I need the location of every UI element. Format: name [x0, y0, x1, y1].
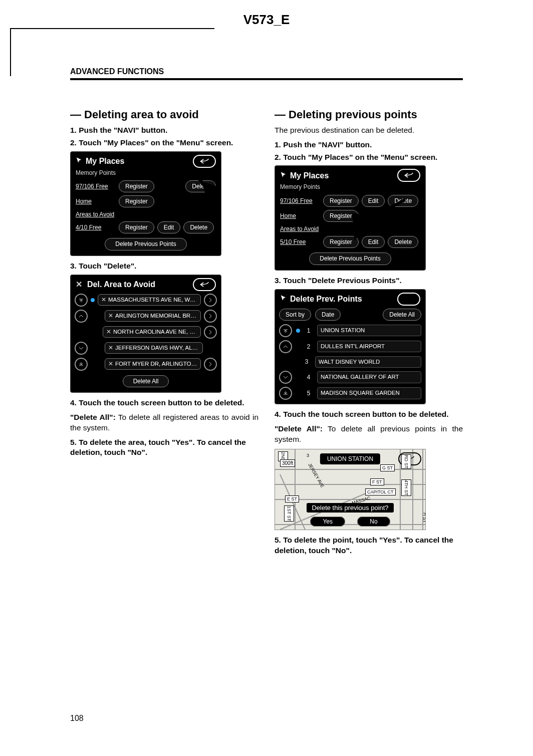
delete-previous-button[interactable]: Delete Previous Points	[309, 253, 391, 265]
edge-rule	[10, 28, 11, 76]
register-button[interactable]: Register	[119, 221, 154, 233]
map-screenshot: 2ND 3 300ft UNION STATION G ST RD ST F S…	[275, 449, 426, 530]
scr-title: Delete Prev. Points	[290, 294, 362, 305]
scroll-top-icon[interactable]	[279, 324, 292, 337]
map-label: F ST	[370, 478, 384, 485]
scr-title: Del. Area to Avoid	[87, 279, 155, 290]
cursor-icon	[280, 170, 287, 181]
detail-icon[interactable]	[204, 310, 217, 323]
list-item[interactable]: NATIONAL GALLERY OF ART	[317, 371, 421, 383]
list-item[interactable]: UNION STATION	[317, 325, 421, 337]
list-item[interactable]: ✕FORT MYER DR, ARLINGTON COUNTY, UNI	[105, 358, 201, 370]
register-button[interactable]: Register	[119, 195, 154, 207]
scroll-down-icon[interactable]	[279, 371, 292, 384]
left-step2: 2. Touch "My Places" on the "Menu" scree…	[70, 138, 258, 148]
list-item[interactable]: MADISON SQUARE GARDEN	[317, 387, 421, 399]
left-heading: — Deleting area to avoid	[70, 107, 258, 122]
delete-previous-button[interactable]: Delete Previous Points	[105, 238, 186, 250]
yes-button[interactable]: Yes	[310, 517, 345, 527]
back-icon[interactable]	[193, 155, 216, 168]
edit-button[interactable]: Edit	[362, 236, 385, 248]
section-rule	[70, 78, 463, 80]
map-label: G ST	[380, 464, 395, 471]
scr-title: My Places	[290, 170, 329, 181]
row-label: Home	[280, 212, 320, 220]
left-step4: 4. Touch the touch screen button to be d…	[70, 398, 258, 408]
map-scale: 300ft	[280, 459, 295, 467]
row-label: 4/10 Free	[76, 223, 116, 231]
row-number: 4	[304, 373, 313, 381]
scroll-top-icon[interactable]	[75, 294, 88, 307]
row-number: 3	[302, 358, 311, 366]
map-label: 3	[305, 452, 311, 458]
map-label: E ST	[285, 495, 299, 502]
detail-icon[interactable]	[204, 358, 217, 371]
left-delete-all-desc: "Delete All": To delete all registered a…	[70, 412, 258, 433]
back-icon[interactable]	[397, 169, 420, 182]
right-column: — Deleting previous points The previous …	[275, 107, 463, 558]
scroll-down-icon[interactable]	[75, 342, 88, 355]
list-item[interactable]: ✕NORTH CAROLINA AVE NE, WASHINGTON,	[103, 326, 201, 338]
row-number: 1	[304, 327, 313, 335]
right-step3: 3. Touch "Delete Previous Points".	[275, 276, 463, 286]
delete-button[interactable]: Delete	[388, 236, 418, 248]
left-step1: 1. Push the "NAVI" button.	[70, 125, 258, 136]
row-label: 97/106 Free	[76, 182, 116, 190]
gps-icon	[91, 298, 95, 302]
detail-icon[interactable]	[204, 326, 217, 339]
scroll-up-icon[interactable]	[75, 310, 88, 323]
scroll-up-icon[interactable]	[279, 340, 292, 353]
right-step5: 5. To delete the point, touch "Yes". To …	[275, 535, 463, 556]
cursor-icon	[76, 156, 83, 167]
back-icon[interactable]	[397, 293, 420, 306]
register-button[interactable]: Register	[323, 236, 359, 248]
delete-button[interactable]: Delete	[183, 221, 214, 233]
map-title: UNION STATION	[320, 453, 380, 464]
no-button[interactable]: No	[357, 517, 390, 527]
left-step5: 5. To delete the area, touch "Yes". To c…	[70, 437, 258, 458]
register-button[interactable]: Register	[323, 195, 359, 207]
delete-all-button[interactable]: Delete All	[123, 375, 169, 387]
row-label: 97/106 Free	[280, 197, 320, 205]
delete-all-button[interactable]: Delete All	[383, 309, 421, 321]
row-label: Areas to Avoid	[76, 210, 114, 218]
detail-icon[interactable]	[204, 294, 217, 307]
left-step3: 3. Touch "Delete".	[70, 261, 258, 272]
delete-button[interactable]: Delete	[388, 195, 418, 207]
scroll-bottom-icon[interactable]	[75, 358, 88, 371]
subheader: Memory Points	[275, 183, 425, 193]
left-scr2: ✕Del. Area to Avoid ✕MASSACHUSETTS AVE N…	[70, 275, 221, 393]
list-item[interactable]: DULLES INT'L AIRPORT	[317, 341, 421, 353]
left-column: — Deleting area to avoid 1. Push the "NA…	[70, 107, 258, 558]
list-item[interactable]: ✕MASSACHUSETTS AVE NE, WASHINGTON,	[98, 294, 201, 306]
row-number: 2	[304, 343, 313, 351]
sort-date-button[interactable]: Date	[315, 309, 341, 321]
register-button[interactable]: Register	[119, 180, 154, 192]
list-item[interactable]: ✕JEFFERSON DAVIS HWY, ALEXANDRIA, VA	[105, 342, 203, 354]
scr-title: My Places	[86, 156, 124, 167]
list-item[interactable]: WALT DISNEY WORLD	[315, 356, 421, 368]
row-label: Areas to Avoid	[280, 225, 319, 233]
left-scr1: My Places Memory Points 97/106 Free Regi…	[70, 151, 221, 256]
map-label: 4TH ST	[401, 479, 411, 496]
back-icon[interactable]	[193, 278, 216, 291]
row-number: 5	[304, 389, 313, 397]
list-item[interactable]: ✕ARLINGTON MEMORIAL BRG, WASHINGTON	[105, 310, 201, 322]
right-intro: The previous destination can be deleted.	[275, 125, 463, 136]
register-button[interactable]: Register	[323, 210, 359, 222]
sort-by-button[interactable]: Sort by	[279, 309, 311, 321]
scroll-bottom-icon[interactable]	[279, 387, 292, 400]
subheader: Memory Points	[71, 169, 221, 179]
doc-id: V573_E	[0, 12, 533, 28]
x-icon: ✕	[76, 279, 82, 290]
right-scr2: Delete Prev. Points Sort by Date Delete …	[275, 289, 426, 405]
right-step2: 2. Touch "My Places" on the "Menu" scree…	[275, 152, 463, 163]
right-step1: 1. Push the "NAVI" button.	[275, 140, 463, 150]
edit-button[interactable]: Edit	[362, 195, 385, 207]
map-prompt: Delete this previous point?	[275, 503, 425, 513]
right-delete-all-desc: "Delete All": To delete all previous poi…	[275, 424, 463, 445]
edit-button[interactable]: Edit	[157, 221, 181, 233]
delete-button[interactable]: Delete	[185, 180, 216, 192]
gps-icon	[296, 329, 300, 333]
map-label: RD ST	[401, 454, 411, 469]
